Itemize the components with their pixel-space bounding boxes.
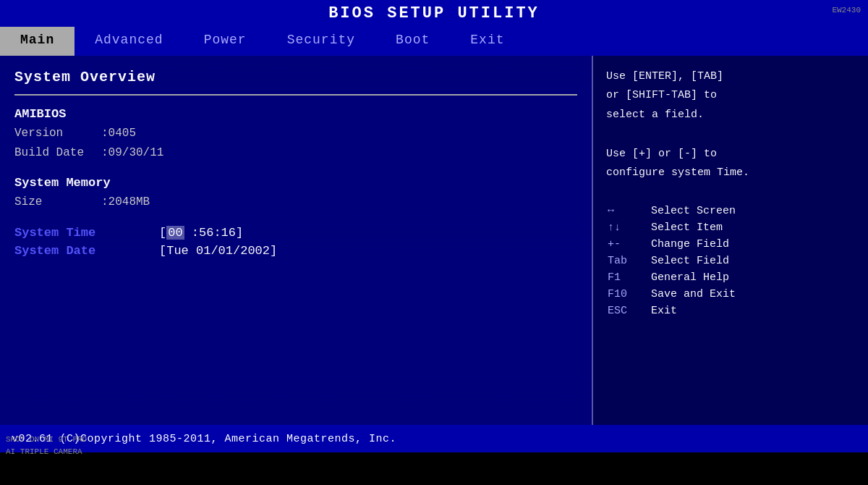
- help-text-1: Use [ENTER], [TAB] or [SHIFT-TAB] to sel…: [606, 67, 855, 125]
- key-esc-key: ESC: [606, 303, 650, 319]
- divider: [14, 94, 577, 96]
- key-table: ↔ Select Screen ↑↓ Select Item +- Change…: [606, 203, 855, 319]
- key-f10-key: F10: [606, 286, 650, 303]
- main-content: System Overview AMIBIOS Version:0405 Bui…: [0, 56, 868, 425]
- watermark: EW2430: [832, 6, 861, 14]
- key-row-field: Tab Select Field: [606, 253, 855, 269]
- key-field-action: Select Field: [650, 253, 855, 269]
- help-text-2: Use [+] or [-] to configure system Time.: [606, 145, 855, 183]
- key-row-esc: ESC Exit: [606, 303, 855, 319]
- system-date-value: [Tue 01/01/2002]: [159, 244, 277, 258]
- key-row-change: +- Change Field: [606, 236, 855, 253]
- shot-line2: AI TRIPLE CAMERA: [6, 447, 82, 456]
- nav-item-exit[interactable]: Exit: [450, 27, 524, 56]
- system-time-label: System Time: [14, 226, 159, 240]
- right-panel: Use [ENTER], [TAB] or [SHIFT-TAB] to sel…: [593, 56, 868, 425]
- shot-label: SHOT ON MI 9T PRO AI TRIPLE CAMERA: [6, 434, 87, 457]
- key-screen-key: ↔: [606, 203, 650, 219]
- key-field-key: Tab: [606, 253, 650, 269]
- version-label: Version: [14, 124, 101, 143]
- left-panel: System Overview AMIBIOS Version:0405 Bui…: [0, 56, 593, 425]
- key-row-screen: ↔ Select Screen: [606, 203, 855, 219]
- key-row-item: ↑↓ Select Item: [606, 219, 855, 236]
- system-date-label: System Date: [14, 244, 159, 258]
- system-memory-label: System Memory: [14, 176, 577, 190]
- build-value: :09/30/11: [101, 146, 163, 159]
- key-f1-key: F1: [606, 269, 650, 286]
- system-time-row[interactable]: System Time [00 :56:16]: [14, 226, 577, 240]
- nav-item-security[interactable]: Security: [267, 27, 375, 56]
- version-value: :0405: [101, 127, 136, 140]
- key-esc-action: Exit: [650, 303, 855, 319]
- nav-item-power[interactable]: Power: [184, 27, 267, 56]
- key-f1-action: General Help: [650, 269, 855, 286]
- nav-item-boot[interactable]: Boot: [375, 27, 450, 56]
- key-row-f10: F10 Save and Exit: [606, 286, 855, 303]
- system-memory-info: Size:2048MB: [14, 193, 577, 212]
- key-f10-action: Save and Exit: [650, 286, 855, 303]
- key-screen-action: Select Screen: [650, 203, 855, 219]
- nav-bar: Main Advanced Power Security Boot Exit: [0, 27, 868, 56]
- nav-item-advanced[interactable]: Advanced: [75, 27, 183, 56]
- key-item-action: Select Item: [650, 219, 855, 236]
- build-label: Build Date: [14, 143, 101, 163]
- bios-screen: EW2430 BIOS SETUP UTILITY Main Advanced …: [0, 0, 868, 485]
- amibios-info: Version:0405 Build Date:09/30/11: [14, 124, 577, 163]
- size-label: Size: [14, 193, 101, 212]
- key-change-key: +-: [606, 236, 650, 253]
- nav-item-main[interactable]: Main: [0, 27, 75, 56]
- key-item-key: ↑↓: [606, 219, 650, 236]
- shot-line1: SHOT ON MI 9T PRO: [6, 435, 87, 444]
- time-hour-highlight: 00: [166, 226, 184, 240]
- system-time-value: [00 :56:16]: [159, 226, 243, 240]
- size-value: :2048MB: [101, 195, 150, 208]
- system-date-row[interactable]: System Date [Tue 01/01/2002]: [14, 244, 577, 258]
- bios-title: BIOS SETUP UTILITY: [328, 4, 540, 22]
- key-change-action: Change Field: [650, 236, 855, 253]
- title-bar: BIOS SETUP UTILITY: [0, 0, 868, 27]
- footer: v02.61 (C)Copyright 1985-2011, American …: [0, 425, 868, 452]
- key-row-f1: F1 General Help: [606, 269, 855, 286]
- amibios-label: AMIBIOS: [14, 107, 577, 121]
- section-title: System Overview: [14, 69, 577, 85]
